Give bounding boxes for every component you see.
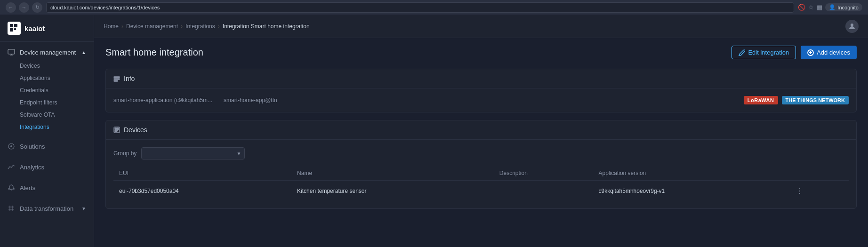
svg-rect-2 — [10, 28, 13, 32]
top-bar-right — [845, 20, 859, 33]
add-devices-button[interactable]: Add devices — [801, 46, 857, 59]
solutions-label: Solutions — [20, 143, 45, 150]
info-section-header[interactable]: Info — [106, 69, 856, 88]
incognito-avatar: 👤 — [829, 4, 836, 10]
devices-section-header[interactable]: Devices — [106, 120, 856, 140]
incognito-button[interactable]: 👤 Incognito — [825, 3, 862, 11]
svg-rect-14 — [117, 128, 119, 130]
col-description: Description — [494, 166, 593, 181]
sidebar-item-integrations[interactable]: Integrations — [0, 121, 94, 133]
row-menu-button[interactable]: ⋮ — [793, 185, 806, 196]
info-section-icon — [113, 75, 120, 82]
breadcrumb-sep-3: › — [218, 23, 220, 30]
reload-button[interactable]: ↻ — [32, 2, 42, 13]
devices-section-title: Devices — [124, 126, 147, 134]
page-actions: Edit integration Add devices — [731, 46, 857, 59]
sidebar-item-endpoint-filters[interactable]: Endpoint filters — [0, 96, 94, 109]
cell-name: Kitchen temperature sensor — [291, 181, 494, 201]
alerts-section: Alerts — [0, 177, 94, 198]
breadcrumb-sep-1: › — [121, 23, 123, 30]
device-management-icon — [8, 48, 15, 56]
chevron-down-icon: ▼ — [81, 206, 86, 211]
group-by-row: Group by ▼ — [113, 147, 849, 159]
breadcrumb-integrations[interactable]: Integrations — [185, 23, 215, 30]
sidebar-toggle-icon[interactable]: ▦ — [817, 4, 822, 11]
logo-area: kaaiot — [0, 15, 94, 42]
incognito-label: Incognito — [837, 5, 859, 10]
svg-rect-11 — [114, 80, 118, 81]
nav-item-device-management[interactable]: Device management ▲ — [0, 45, 94, 60]
sidebar-item-software-ota[interactable]: Software OTA — [0, 109, 94, 121]
devices-section-icon — [113, 127, 120, 133]
info-section-title: Info — [124, 75, 135, 82]
add-circle-icon — [807, 49, 814, 56]
info-section: Info smart-home-application (c9kkqitah5m… — [105, 69, 857, 112]
user-avatar[interactable] — [845, 20, 859, 33]
cell-actions: ⋮ — [788, 181, 849, 201]
devices-table: EUI Name Description Application version… — [113, 166, 849, 201]
device-management-section: Device management ▲ Devices Applications… — [0, 42, 94, 136]
user-icon — [848, 23, 856, 30]
svg-rect-9 — [114, 77, 120, 78]
top-bar: Home › Device management › Integrations … — [94, 15, 868, 38]
browser-nav-controls: ← → ↻ — [6, 2, 42, 13]
cell-eui: eui-70b3d57ed0050a04 — [113, 181, 291, 201]
page-header: Smart home integration Edit integration — [105, 46, 857, 59]
svg-rect-0 — [10, 24, 13, 27]
info-row: smart-home-application (c9kkqitah5m... s… — [113, 96, 849, 104]
svg-rect-10 — [114, 79, 120, 80]
svg-rect-16 — [117, 130, 118, 131]
svg-rect-4 — [8, 49, 15, 54]
svg-point-6 — [10, 145, 12, 147]
forward-button[interactable]: → — [19, 2, 29, 13]
group-by-label: Group by — [113, 150, 137, 157]
table-header: EUI Name Description Application version — [113, 166, 849, 181]
table-row: eui-70b3d57ed0050a04 Kitchen temperature… — [113, 181, 849, 201]
url-text: cloud.kaaiot.com/devices/integrations/1/… — [50, 5, 160, 10]
nav-item-data-transformation[interactable]: Data transformation ▼ — [0, 201, 94, 216]
nav-item-analytics[interactable]: Analytics — [0, 159, 94, 175]
group-by-select[interactable] — [141, 147, 245, 159]
devices-section: Devices Group by ▼ — [105, 120, 857, 209]
col-app-version: Application version — [593, 166, 788, 181]
svg-rect-1 — [14, 24, 17, 27]
nav-item-alerts[interactable]: Alerts — [0, 180, 94, 195]
analytics-section: Analytics — [0, 157, 94, 177]
breadcrumb: Home › Device management › Integrations … — [104, 23, 310, 30]
edit-icon — [739, 49, 745, 56]
eye-off-icon: 🚫 — [798, 4, 805, 11]
info-section-body: smart-home-application (c9kkqitah5m... s… — [106, 88, 856, 112]
col-actions — [788, 166, 849, 181]
lorawan-badge: LoRaWAN — [744, 96, 778, 104]
alerts-icon — [8, 184, 15, 191]
info-app-id: smart-home-application (c9kkqitah5m... — [113, 97, 212, 104]
data-transformation-icon — [8, 205, 15, 212]
analytics-icon — [8, 163, 15, 171]
data-transformation-section: Data transformation ▼ — [0, 198, 94, 219]
url-bar[interactable]: cloud.kaaiot.com/devices/integrations/1/… — [46, 2, 794, 13]
chevron-up-icon: ▲ — [81, 50, 86, 55]
app-layout: kaaiot Device management ▲ Devices Appli… — [0, 15, 868, 247]
device-management-label: Device management — [20, 49, 76, 56]
edit-integration-button[interactable]: Edit integration — [731, 46, 796, 59]
page-title: Smart home integration — [105, 47, 203, 58]
info-app-email: smart-home-app@ttn — [224, 97, 277, 104]
breadcrumb-device-management[interactable]: Device management — [126, 23, 178, 30]
svg-point-7 — [851, 24, 853, 26]
nav-item-solutions[interactable]: Solutions — [0, 139, 94, 154]
sidebar-item-credentials[interactable]: Credentials — [0, 84, 94, 96]
group-by-select-wrapper: ▼ — [141, 147, 245, 159]
logo-icon — [8, 22, 21, 35]
back-button[interactable]: ← — [6, 2, 16, 13]
sidebar-item-devices[interactable]: Devices — [0, 60, 94, 72]
breadcrumb-home[interactable]: Home — [104, 23, 119, 30]
solutions-section: Solutions — [0, 136, 94, 157]
alerts-label: Alerts — [20, 184, 35, 191]
breadcrumb-sep-2: › — [181, 23, 183, 30]
solutions-icon — [8, 143, 15, 150]
sidebar: kaaiot Device management ▲ Devices Appli… — [0, 15, 94, 247]
analytics-label: Analytics — [20, 164, 44, 171]
star-icon[interactable]: ☆ — [808, 4, 814, 11]
sidebar-item-applications[interactable]: Applications — [0, 72, 94, 84]
col-name: Name — [291, 166, 494, 181]
